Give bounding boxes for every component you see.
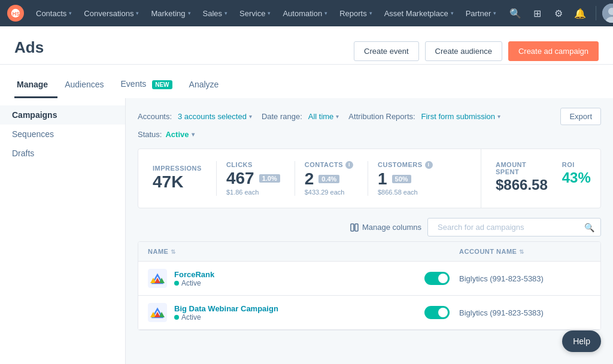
notifications-icon[interactable]: 🔔 <box>570 4 590 23</box>
filters-row: Accounts: 3 accounts selected ▾ Date ran… <box>138 108 601 125</box>
chevron-down-icon: ▾ <box>224 10 227 16</box>
sidebar-item-campaigns[interactable]: Campaigns <box>0 105 125 125</box>
help-button[interactable]: Help <box>562 330 601 352</box>
date-range-chevron-icon: ▾ <box>336 113 339 120</box>
tab-manage[interactable]: Manage <box>14 75 57 98</box>
attribution-button[interactable]: First form submission ▾ <box>418 112 501 121</box>
hubspot-logo[interactable]: HS <box>7 5 24 22</box>
attribution-filter: Attribution Reports: First form submissi… <box>348 111 500 121</box>
contacts-stat: CONTACTS i 2 0.4% $433.29 each <box>305 161 368 196</box>
page-wrapper: Ads Create event Create audience Create … <box>0 26 613 364</box>
svg-text:HS: HS <box>13 11 20 17</box>
row-name-col-1: ForceRank Active <box>148 269 414 288</box>
manage-columns-button[interactable]: Manage columns <box>350 223 421 232</box>
accounts-filter-label: Accounts: 3 accounts selected ▾ <box>138 111 252 121</box>
clicks-value: 467 <box>226 168 254 189</box>
create-event-button[interactable]: Create event <box>354 41 418 61</box>
accounts-chevron-icon: ▾ <box>249 113 252 120</box>
search-icon: 🔍 <box>584 223 594 232</box>
page-title: Ads <box>14 38 44 57</box>
user-avatar[interactable] <box>602 4 613 23</box>
nav-reports[interactable]: Reports ▾ <box>335 0 377 26</box>
stats-right: AMOUNT SPENT $866.58 ROI 43% <box>481 149 600 208</box>
nav-automation[interactable]: Automation ▾ <box>278 0 332 26</box>
row-toggle-2: ✓ <box>414 306 450 319</box>
clicks-pct: 1.0% <box>259 174 280 183</box>
attribution-chevron-icon: ▾ <box>497 113 500 120</box>
accounts-filter-button[interactable]: 3 accounts selected ▾ <box>174 112 252 121</box>
amount-spent-stat: AMOUNT SPENT $866.58 <box>496 161 548 196</box>
name-sort-icon[interactable]: ⇅ <box>171 248 176 255</box>
columns-icon <box>350 223 359 232</box>
row-toggle-1: ✓ <box>414 272 450 285</box>
campaign-toggle-2[interactable]: ✓ <box>424 306 450 319</box>
export-button[interactable]: Export <box>560 108 601 125</box>
customers-value: 1 <box>378 169 387 189</box>
filter-controls: Accounts: 3 accounts selected ▾ Date ran… <box>138 111 500 121</box>
column-account: ACCOUNT NAME ⇅ <box>459 248 591 255</box>
row-name-col-2: Big Data Webinar Campaign Active <box>148 303 414 322</box>
chevron-down-icon: ▾ <box>451 10 454 16</box>
grid-icon[interactable]: ⊞ <box>527 4 547 23</box>
ads-table: NAME ⇅ ACCOUNT NAME ⇅ <box>138 241 601 330</box>
row-name-info-2: Big Data Webinar Campaign Active <box>174 304 278 321</box>
campaign-status-2: Active <box>174 313 278 321</box>
sidebar-item-drafts[interactable]: Drafts <box>0 144 125 163</box>
table-toolbar: Manage columns 🔍 <box>138 218 601 236</box>
roi-value: 43% <box>562 168 591 187</box>
create-audience-button[interactable]: Create audience <box>425 41 502 61</box>
row-account-1: Biglytics (991-823-5383) <box>459 274 591 283</box>
clicks-stat: CLICKS 467 1.0% $1.86 each <box>226 161 295 196</box>
status-bar: Status: Active ▾ <box>138 130 601 139</box>
nav-conversations[interactable]: Conversations ▾ <box>79 0 144 26</box>
chevron-down-icon: ▾ <box>69 10 72 16</box>
content-panel: Accounts: 3 accounts selected ▾ Date ran… <box>126 98 613 364</box>
tabs-row: Manage Audiences Events NEW Analyze <box>0 74 613 98</box>
search-icon[interactable]: 🔍 <box>506 4 525 23</box>
chevron-down-icon: ▾ <box>136 10 139 16</box>
nav-divider <box>596 6 596 20</box>
tab-audiences[interactable]: Audiences <box>62 75 113 98</box>
nav-contacts[interactable]: Contacts ▾ <box>31 0 77 26</box>
tab-analyze[interactable]: Analyze <box>187 75 229 98</box>
nav-sales[interactable]: Sales ▾ <box>198 0 233 26</box>
customers-each: $866.58 each <box>378 189 418 196</box>
clicks-each: $1.86 each <box>226 189 259 196</box>
sidebar: Campaigns Sequences Drafts <box>0 98 126 364</box>
nav-asset-marketplace[interactable]: Asset Marketplace ▾ <box>380 0 459 26</box>
roi-label: ROI <box>562 161 591 168</box>
topnav-utility-icons: 🔍 ⊞ ⚙ 🔔 ▾ <box>506 4 613 23</box>
chevron-down-icon: ▾ <box>324 10 327 16</box>
campaign-name-link-1[interactable]: ForceRank <box>174 270 214 279</box>
events-new-badge: NEW <box>152 80 172 89</box>
toggle-knob-2 <box>438 308 448 317</box>
campaign-logo-1 <box>148 269 167 288</box>
status-dot-active-2 <box>174 315 179 320</box>
date-range-button[interactable]: All time ▾ <box>305 112 339 121</box>
row-account-2: Biglytics (991-823-5383) <box>459 308 591 317</box>
svg-rect-6 <box>355 224 358 231</box>
campaign-logo-2 <box>148 303 167 322</box>
nav-marketing[interactable]: Marketing ▾ <box>146 0 195 26</box>
impressions-value: 47K <box>153 172 183 192</box>
chevron-down-icon: ▾ <box>188 10 191 16</box>
main-content: Campaigns Sequences Drafts Accounts: 3 a… <box>0 98 613 364</box>
tab-events[interactable]: Events NEW <box>119 74 182 98</box>
top-navigation: HS Contacts ▾ Conversations ▾ Marketing … <box>0 0 613 26</box>
campaign-name-link-2[interactable]: Big Data Webinar Campaign <box>174 304 278 313</box>
nav-partner[interactable]: Partner ▾ <box>461 0 502 26</box>
settings-icon[interactable]: ⚙ <box>549 4 568 23</box>
page-header: Ads Create event Create audience Create … <box>0 26 613 65</box>
account-sort-icon[interactable]: ⇅ <box>519 248 524 255</box>
chevron-down-icon: ▾ <box>268 10 271 16</box>
create-ad-campaign-button[interactable]: Create ad campaign <box>508 41 599 61</box>
contacts-pct: 0.4% <box>318 175 339 183</box>
sidebar-item-sequences[interactable]: Sequences <box>0 125 125 144</box>
row-name-info-1: ForceRank Active <box>174 270 214 287</box>
nav-service[interactable]: Service ▾ <box>235 0 275 26</box>
status-filter-button[interactable]: Active ▾ <box>165 130 194 139</box>
stat-divider-2 <box>295 161 295 196</box>
campaign-status-1: Active <box>174 279 214 287</box>
campaign-toggle-1[interactable]: ✓ <box>424 272 450 285</box>
search-input[interactable] <box>434 219 584 236</box>
